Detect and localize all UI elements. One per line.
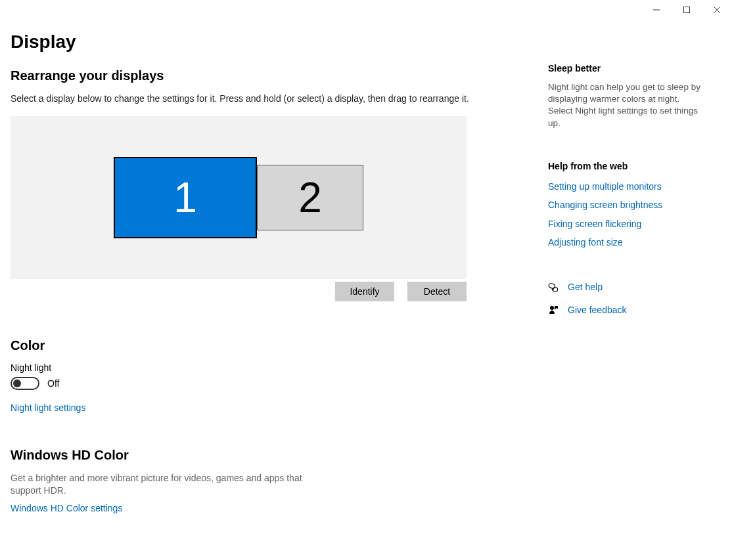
svg-point-5 <box>550 306 554 310</box>
minimize-icon <box>653 7 660 13</box>
toggle-knob <box>13 379 21 387</box>
hd-color-heading: Windows HD Color <box>11 448 545 463</box>
night-light-toggle[interactable] <box>11 377 39 390</box>
arrange-button-row: Identify Detect <box>11 282 467 301</box>
give-feedback-icon <box>548 305 559 315</box>
window-controls <box>641 0 732 20</box>
give-feedback-link[interactable]: Give feedback <box>568 303 627 317</box>
night-light-state: Off <box>47 378 59 389</box>
sidebar: Sleep better Night light can help you ge… <box>545 0 716 522</box>
color-heading: Color <box>11 338 545 353</box>
get-help-link[interactable]: Get help <box>568 280 603 294</box>
identify-button[interactable]: Identify <box>335 282 394 301</box>
get-help-icon <box>548 282 559 293</box>
maximize-button[interactable] <box>672 0 702 20</box>
sleep-better-text: Night light can help you get to sleep by… <box>548 81 706 129</box>
minimize-button[interactable] <box>641 0 672 20</box>
night-light-settings-link[interactable]: Night light settings <box>11 400 85 415</box>
close-icon <box>714 7 720 13</box>
night-light-toggle-row: Off <box>11 377 545 390</box>
help-link-flickering[interactable]: Fixing screen flickering <box>548 217 706 231</box>
help-link-font-size[interactable]: Adjusting font size <box>548 235 706 249</box>
help-from-web-heading: Help from the web <box>548 161 706 171</box>
monitor-2[interactable]: 2 <box>257 165 363 230</box>
hd-color-settings-link[interactable]: Windows HD Color settings <box>11 501 122 515</box>
display-arrangement-area[interactable]: 1 2 <box>11 116 467 279</box>
get-help-row[interactable]: Get help <box>548 280 706 294</box>
maximize-icon <box>683 7 690 13</box>
close-button[interactable] <box>702 0 732 20</box>
hd-color-description: Get a brighter and more vibrant picture … <box>11 472 313 497</box>
detect-button[interactable]: Detect <box>407 282 467 301</box>
svg-point-4 <box>553 287 558 291</box>
rearrange-description: Select a display below to change the set… <box>11 93 545 106</box>
main-content: Display Rearrange your displays Select a… <box>0 0 545 522</box>
night-light-label: Night light <box>11 362 545 373</box>
give-feedback-row[interactable]: Give feedback <box>548 303 706 317</box>
svg-rect-1 <box>684 7 690 13</box>
monitor-1[interactable]: 1 <box>114 157 257 238</box>
page-title: Display <box>11 32 545 53</box>
help-link-multiple-monitors[interactable]: Setting up multiple monitors <box>548 179 706 194</box>
help-link-brightness[interactable]: Changing screen brightness <box>548 198 706 212</box>
rearrange-heading: Rearrange your displays <box>11 68 545 83</box>
sleep-better-heading: Sleep better <box>548 63 706 74</box>
